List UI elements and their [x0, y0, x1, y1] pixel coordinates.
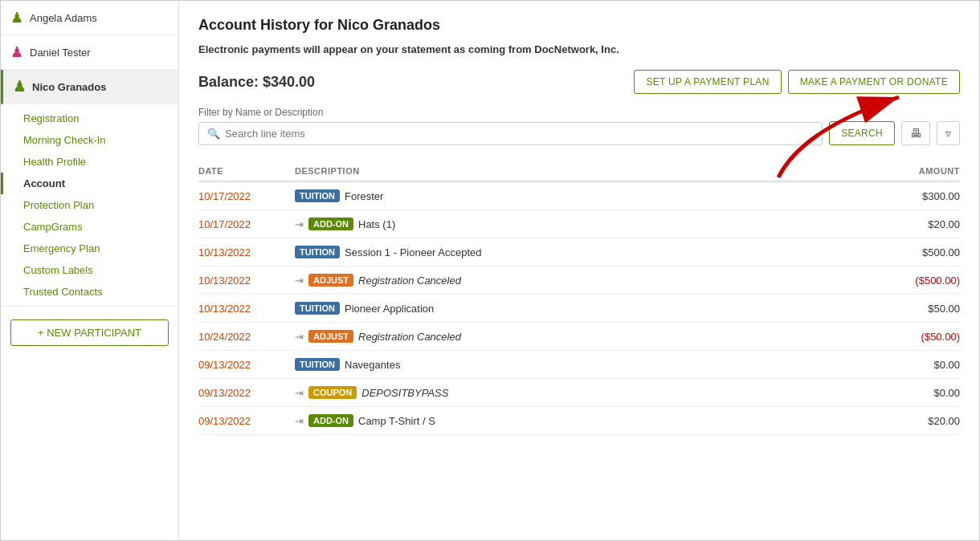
row-badge: TUITION [295, 189, 340, 202]
user-icon-angela: ♟ [10, 9, 23, 26]
user-icon-daniel: ♟ [10, 43, 23, 61]
row-date: 09/13/2022 [198, 359, 295, 371]
row-badge: TUITION [295, 246, 340, 258]
row-date: 10/13/2022 [198, 275, 295, 287]
table-row: 09/13/2022 ⇥ ADD-ON Camp T-Shirt / S $20… [198, 407, 960, 435]
row-amount: $20.00 [864, 218, 960, 230]
sidebar-item-campgrams[interactable]: CampGrams [1, 216, 178, 238]
row-badge: COUPON [308, 386, 357, 399]
row-desc-text: Camp T-Shirt / S [358, 415, 435, 427]
balance-amount: Balance: $340.00 [198, 74, 315, 91]
search-icon: 🔍 [207, 128, 220, 140]
table-row: 10/17/2022 ⇥ ADD-ON Hats (1) $20.00 [198, 210, 960, 238]
row-date: 10/17/2022 [198, 218, 295, 230]
table-row: 10/13/2022 TUITION Pioneer Application $… [198, 295, 960, 323]
row-amount: $0.00 [864, 387, 960, 399]
search-row: 🔍 SEARCH 🖶 ▿ [198, 121, 960, 145]
table-body: 10/17/2022 TUITION Forester $300.00 10/1… [198, 182, 960, 435]
row-desc-text: Pioneer Application [345, 303, 434, 315]
filter-button[interactable]: ▿ [937, 121, 960, 145]
row-date: 10/24/2022 [198, 331, 295, 343]
row-amount: $500.00 [864, 246, 960, 258]
sidebar-item-custom-labels[interactable]: Custom Labels [1, 259, 178, 281]
row-badge: TUITION [295, 302, 340, 315]
setup-payment-plan-button[interactable]: SET UP A PAYMENT PLAN [634, 70, 781, 94]
row-amount: $50.00 [864, 303, 960, 315]
row-badge: TUITION [295, 358, 340, 371]
row-badge: ADD-ON [308, 218, 353, 230]
row-description: ⇥ ADJUST Registration Canceled [295, 330, 864, 343]
sidebar-item-emergency-plan[interactable]: Emergency Plan [1, 238, 178, 259]
row-description: TUITION Navegantes [295, 358, 864, 371]
row-badge: ADD-ON [308, 414, 353, 427]
row-amount: $20.00 [864, 415, 960, 427]
row-date: 10/17/2022 [198, 190, 295, 202]
row-description: ⇥ ADJUST Registration Canceled [295, 274, 864, 287]
row-amount: ($50.00) [864, 331, 960, 343]
row-desc-text: Hats (1) [358, 218, 395, 230]
sidebar-user-nico[interactable]: ♟ Nico Granados [1, 70, 178, 104]
row-desc-text: Navegantes [345, 359, 400, 371]
row-desc-text: Registration Canceled [358, 331, 461, 343]
row-desc-text: Session 1 - Pioneer Accepted [345, 246, 482, 258]
sidebar-item-protection-plan[interactable]: Protection Plan [1, 194, 178, 216]
row-date: 10/13/2022 [198, 303, 295, 315]
table-row: 09/13/2022 TUITION Navegantes $0.00 [198, 351, 960, 379]
table-row: 10/17/2022 TUITION Forester $300.00 [198, 182, 960, 210]
row-description: ⇥ ADD-ON Camp T-Shirt / S [295, 414, 864, 427]
row-desc-text: Forester [345, 190, 383, 202]
row-description: TUITION Session 1 - Pioneer Accepted [295, 246, 864, 258]
row-prefix-icon: ⇥ [295, 415, 304, 427]
sidebar: ♟ Angela Adams ♟ Daniel Tester ♟ Nico Gr… [1, 1, 179, 540]
balance-row: Balance: $340.00 SET UP A PAYMENT PLAN M… [198, 70, 960, 94]
page-title: Account History for Nico Granados [198, 17, 960, 34]
sidebar-item-account[interactable]: Account [1, 173, 178, 194]
row-prefix-icon: ⇥ [295, 331, 304, 343]
table-row: 10/13/2022 TUITION Session 1 - Pioneer A… [198, 238, 960, 266]
action-buttons: SET UP A PAYMENT PLAN MAKE A PAYMENT OR … [634, 70, 960, 94]
table-row: 10/24/2022 ⇥ ADJUST Registration Cancele… [198, 323, 960, 351]
filter-label: Filter by Name or Description [198, 107, 960, 118]
row-amount: ($500.00) [864, 275, 960, 287]
user-icon-nico: ♟ [13, 78, 26, 96]
row-description: ⇥ COUPON DEPOSITBYPASS [295, 386, 864, 399]
col-header-description: DESCRIPTION [295, 166, 864, 176]
table-row: 09/13/2022 ⇥ COUPON DEPOSITBYPASS $0.00 [198, 379, 960, 407]
main-content: Account History for Nico Granados Electr… [179, 1, 979, 451]
sidebar-user-angela[interactable]: ♟ Angela Adams [1, 1, 178, 35]
sub-navigation: Registration Morning Check-In Health Pro… [1, 104, 178, 307]
row-desc-text: DEPOSITBYPASS [361, 387, 448, 399]
table-header: DATE DESCRIPTION AMOUNT [198, 161, 960, 182]
search-input[interactable] [225, 128, 814, 140]
row-prefix-icon: ⇥ [295, 218, 304, 230]
row-date: 09/13/2022 [198, 415, 295, 427]
print-button[interactable]: 🖶 [901, 121, 930, 145]
row-description: TUITION Pioneer Application [295, 302, 864, 315]
table-row: 10/13/2022 ⇥ ADJUST Registration Cancele… [198, 266, 960, 295]
row-date: 10/13/2022 [198, 246, 295, 258]
row-badge: ADJUST [308, 274, 353, 287]
sidebar-item-morning-checkin[interactable]: Morning Check-In [1, 129, 178, 151]
row-date: 09/13/2022 [198, 387, 295, 399]
sidebar-user-daniel[interactable]: ♟ Daniel Tester [1, 35, 178, 70]
row-amount: $0.00 [864, 359, 960, 371]
sidebar-user-name-nico: Nico Granados [32, 81, 106, 93]
sidebar-item-trusted-contacts[interactable]: Trusted Contacts [1, 281, 178, 303]
row-description: TUITION Forester [295, 189, 864, 202]
sidebar-item-health-profile[interactable]: Health Profile [1, 151, 178, 173]
sidebar-item-registration[interactable]: Registration [1, 108, 178, 129]
row-prefix-icon: ⇥ [295, 387, 304, 399]
row-badge: ADJUST [308, 330, 353, 343]
notice-text: Electronic payments will appear on your … [198, 43, 960, 55]
row-amount: $300.00 [864, 190, 960, 202]
row-desc-text: Registration Canceled [358, 275, 461, 287]
search-input-wrap[interactable]: 🔍 [198, 122, 823, 145]
row-prefix-icon: ⇥ [295, 275, 304, 287]
new-participant-button[interactable]: + NEW PARTICIPANT [10, 319, 169, 346]
sidebar-user-name-daniel: Daniel Tester [30, 47, 91, 59]
col-header-date: DATE [198, 166, 295, 176]
main-wrapper: Account History for Nico Granados Electr… [179, 1, 979, 540]
sidebar-user-name-angela: Angela Adams [30, 12, 97, 24]
make-payment-button[interactable]: MAKE A PAYMENT OR DONATE [788, 70, 960, 94]
search-button[interactable]: SEARCH [829, 121, 895, 145]
